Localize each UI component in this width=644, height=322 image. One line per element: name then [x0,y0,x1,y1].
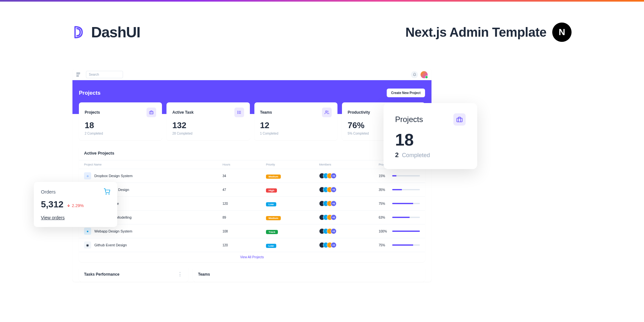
more-options-icon[interactable]: ⋮ [177,271,183,277]
project-hours: 120 [223,202,266,205]
stats-row: Projects 18 2 Completed Active Task 132 … [72,102,431,140]
column-header: Priority [266,163,319,166]
member-avatars: +5 [319,242,379,248]
teams-card: Teams [193,267,425,282]
table-row[interactable]: ◆3D Character Modelling 89 Medium +5 63% [79,211,425,224]
cart-icon [104,188,110,195]
stat-label: Productivity [348,110,370,115]
column-header: Project Name [84,163,223,166]
list-icon [234,108,244,117]
member-avatars: +5 [319,187,379,193]
column-header: Members [319,163,379,166]
table-row[interactable]: ●Webapp Design System 108 Track +5 100% [79,224,425,238]
priority-badge: Track [266,230,278,234]
stat-value: 132 [172,120,244,130]
view-orders-link[interactable]: View orders [41,215,65,220]
create-project-button[interactable]: Create New Project [387,89,425,97]
member-avatars: +5 [319,173,379,179]
dashui-logo-icon [72,25,87,40]
member-avatars: +5 [319,214,379,220]
progress-percent: 75% [379,243,389,247]
orders-change: 2.29% [67,203,84,208]
table-row[interactable]: ◉GitHub Satellite 120 Low +5 75% [79,197,425,211]
stat-subtext: 1 Completed [260,132,332,135]
projects-float-sub-num: 2 [395,151,399,159]
briefcase-icon [453,113,466,126]
stat-subtext: 28 Completed [172,132,244,135]
search-input[interactable]: Search [86,71,123,78]
progress-bar [392,203,420,204]
svg-point-5 [237,112,238,112]
search-placeholder: Search [89,73,99,76]
orders-label: Orders [41,189,56,194]
project-name: Dropbox Design System [94,174,133,178]
project-name: Webapp Design System [94,229,132,233]
nextjs-branding: Next.js Admin Template N [405,23,572,42]
page-title: Projects [79,90,100,96]
project-hours: 47 [223,188,266,192]
brand-name: DashUI [91,24,140,41]
briefcase-icon [147,108,156,117]
projects-float-sub-text: Completed [402,152,430,159]
stat-label: Teams [260,110,272,115]
progress-percent: 75% [379,202,389,205]
stat-label: Projects [85,110,100,115]
orders-change-value: 2.29% [72,203,84,208]
arrow-down-icon [67,204,71,207]
dashboard-screenshot: Search Projects Create New Project Proje… [72,69,431,282]
tasks-performance-card: Tasks Performance ⋮ [79,267,188,282]
user-avatar[interactable] [421,71,428,78]
stat-card: Teams 12 1 Completed [254,102,337,140]
projects-callout-card: Projects 18 2 Completed [384,103,477,169]
table-row[interactable]: ◉Github Event Design 120 Low +5 75% [79,238,425,252]
table-header: Project NameHoursPriorityMembersProgress [79,160,425,169]
orders-callout-card: Orders 5,312 2.29% View orders [34,182,117,227]
active-projects-panel: Active Projects Project NameHoursPriorit… [79,146,425,262]
project-hours: 108 [223,230,266,233]
svg-point-11 [106,194,107,194]
stat-subtext: 2 Completed [85,132,156,135]
notification-bell-icon[interactable] [411,71,418,78]
tasks-card-title: Tasks Performance [84,272,119,277]
svg-point-4 [237,111,238,111]
svg-point-12 [109,194,109,194]
project-name: Github Event Design [94,243,127,247]
project-logo-icon: ◉ [84,242,91,249]
svg-point-6 [237,113,238,114]
progress-bar [392,244,420,246]
priority-badge: Medium [266,175,281,179]
orders-value: 5,312 [41,199,63,210]
active-projects-title: Active Projects [79,146,425,160]
progress-percent: 15% [379,174,389,178]
users-icon [322,108,332,117]
view-all-projects-link[interactable]: View All Projects [79,252,425,262]
stat-label: Active Task [172,110,194,115]
priority-badge: Medium [266,216,281,220]
svg-rect-0 [149,111,153,114]
table-row[interactable]: ✱Slack Team UI Design 47 High +5 35% [79,183,425,197]
member-avatars: +5 [319,228,379,234]
project-logo-icon: ● [84,228,91,235]
progress-bar [392,217,420,218]
tagline: Next.js Admin Template [405,25,546,40]
column-header: Hours [223,163,266,166]
stat-card: Projects 18 2 Completed [79,102,162,140]
svg-rect-13 [457,118,462,122]
member-avatars: +5 [319,201,379,206]
svg-point-7 [326,111,327,112]
table-row[interactable]: ⟐Dropbox Design System 34 Medium +5 15% [79,169,425,183]
priority-badge: High [266,188,277,193]
priority-badge: Low [266,202,276,206]
progress-bar [392,189,420,190]
nextjs-logo-icon: N [552,23,572,42]
brand-logo: DashUI [72,24,140,41]
marketing-header: DashUI Next.js Admin Template N [0,2,644,58]
app-topbar: Search [72,69,431,80]
progress-bar [392,175,420,176]
hamburger-menu-icon[interactable] [76,71,83,78]
progress-percent: 63% [379,216,389,219]
priority-badge: Low [266,244,276,248]
progress-percent: 100% [379,230,389,233]
progress-percent: 35% [379,188,389,192]
project-hours: 120 [223,243,266,247]
